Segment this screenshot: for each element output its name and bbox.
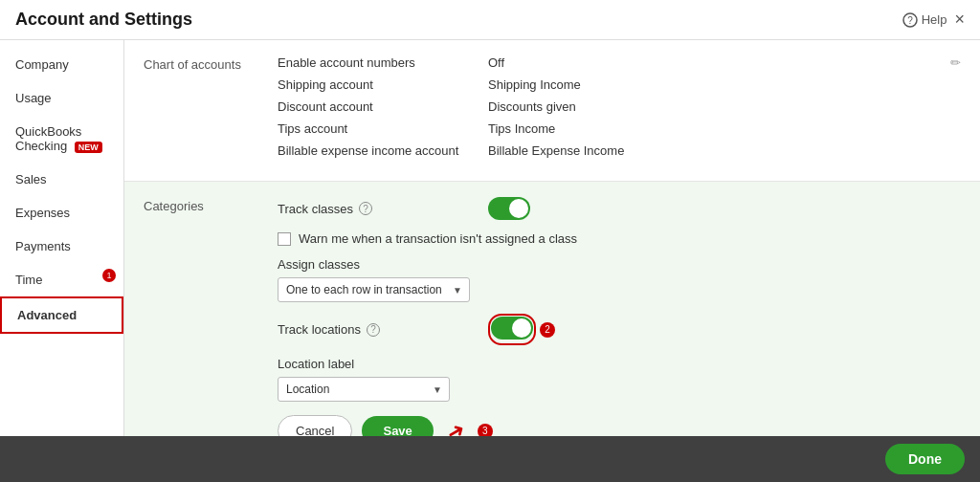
assign-classes-select[interactable]: One to each row in transaction One to ea…: [278, 277, 470, 302]
categories-label: Categories: [144, 197, 278, 436]
close-button[interactable]: ×: [954, 10, 965, 30]
done-button[interactable]: Done: [885, 444, 965, 474]
page-title: Account and Settings: [15, 10, 192, 30]
toggle-knob: [512, 318, 531, 338]
help-label: Help: [922, 12, 947, 27]
track-locations-label: Track locations ?: [278, 322, 488, 337]
row-value: Discounts given: [488, 99, 576, 114]
help-icon: ?: [902, 12, 918, 28]
location-select[interactable]: Location Business Department Division Pr…: [278, 377, 450, 402]
toggle-knob: [509, 199, 528, 218]
track-locations-help-icon[interactable]: ?: [367, 323, 380, 337]
row-label: Tips account: [278, 121, 488, 136]
chart-of-accounts-section: Chart of accounts Enable account numbers…: [124, 40, 980, 182]
row-value: Shipping Income: [488, 77, 581, 92]
save-button[interactable]: Save: [362, 416, 433, 436]
track-classes-help-icon[interactable]: ?: [359, 202, 372, 215]
warn-checkbox[interactable]: [278, 232, 291, 246]
sidebar-item-time[interactable]: Time 1: [0, 263, 123, 296]
help-button[interactable]: ? Help: [902, 12, 947, 28]
row-label: Shipping account: [278, 77, 488, 92]
location-label-text: Location label: [278, 357, 961, 371]
arrow-annotation-3: ➜: [442, 416, 470, 436]
track-classes-label: Track classes ?: [278, 202, 488, 216]
track-locations-row: Track locations ? 2: [278, 314, 961, 345]
chart-rows: Enable account numbers Off ✏ Shipping ac…: [278, 55, 961, 165]
row-label: Discount account: [278, 99, 488, 114]
categories-content: Track classes ? Warn me when a transacti…: [278, 197, 961, 436]
annotation-3: 3: [478, 424, 493, 437]
chart-of-accounts-label: Chart of accounts: [144, 55, 278, 165]
footer: Done: [0, 436, 980, 482]
row-label: Enable account numbers: [278, 55, 488, 70]
location-select-wrap: Location Business Department Division Pr…: [278, 377, 450, 402]
track-classes-toggle[interactable]: [488, 197, 530, 220]
assign-classes-label: Assign classes: [278, 257, 961, 272]
sidebar-item-usage[interactable]: Usage: [0, 81, 123, 115]
cancel-button[interactable]: Cancel: [278, 415, 352, 436]
track-locations-toggle-wrapper: [488, 314, 536, 345]
categories-section: Categories Track classes ? Warn me when …: [124, 182, 980, 436]
content-area: Chart of accounts Enable account numbers…: [124, 40, 980, 436]
warn-checkbox-row: Warn me when a transaction isn't assigne…: [278, 231, 961, 246]
table-row: Shipping account Shipping Income: [278, 77, 961, 92]
track-classes-row: Track classes ?: [278, 197, 961, 220]
assign-classes-select-wrap: One to each row in transaction One to ea…: [278, 277, 470, 302]
main-layout: Company Usage QuickBooks Checking NEW Sa…: [0, 40, 980, 436]
row-value: Off: [488, 55, 504, 70]
sidebar-item-company[interactable]: Company: [0, 48, 123, 81]
svg-text:?: ?: [907, 15, 913, 26]
row-label: Billable expense income account: [278, 143, 488, 158]
sidebar-item-sales[interactable]: Sales: [0, 163, 123, 196]
sidebar-item-expenses[interactable]: Expenses: [0, 196, 123, 230]
table-row: Tips account Tips Income: [278, 121, 961, 136]
track-locations-toggle[interactable]: [491, 317, 533, 340]
sidebar-item-quickbooks-checking[interactable]: QuickBooks Checking NEW: [0, 115, 123, 163]
header-actions: ? Help ×: [902, 10, 965, 30]
sidebar-item-advanced[interactable]: Advanced: [0, 296, 123, 334]
annotation-2: 2: [540, 322, 555, 338]
row-value: Tips Income: [488, 121, 555, 136]
time-badge: 1: [102, 269, 116, 282]
page-header: Account and Settings ? Help ×: [0, 0, 980, 40]
form-actions: Cancel Save ➜ 3: [278, 415, 961, 436]
warn-label: Warn me when a transaction isn't assigne…: [299, 231, 577, 246]
row-value: Billable Expense Income: [488, 143, 624, 158]
edit-icon[interactable]: ✏: [950, 55, 961, 70]
sidebar: Company Usage QuickBooks Checking NEW Sa…: [0, 40, 124, 436]
table-row: Discount account Discounts given: [278, 99, 961, 114]
table-row: Enable account numbers Off ✏: [278, 55, 961, 70]
sidebar-item-payments[interactable]: Payments: [0, 230, 123, 263]
new-badge: NEW: [75, 142, 102, 153]
table-row: Billable expense income account Billable…: [278, 143, 961, 158]
